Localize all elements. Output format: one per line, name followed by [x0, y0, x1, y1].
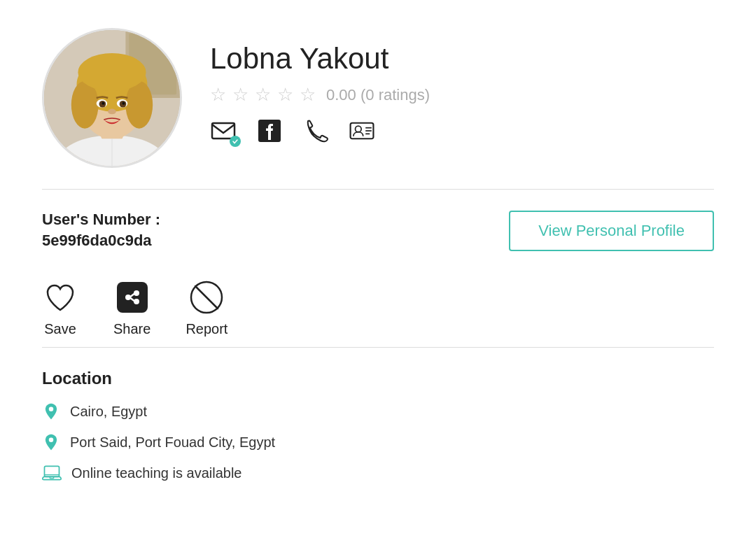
middle-section: User's Number : 5e99f6da0c9da View Perso… [42, 211, 714, 251]
share-action[interactable]: Share [113, 279, 150, 337]
svg-point-16 [122, 102, 125, 105]
facebook-icon-btn[interactable] [256, 118, 283, 144]
svg-point-34 [49, 438, 54, 443]
location-text-1: Cairo, Egypt [70, 404, 147, 420]
contact-card-icon [349, 118, 375, 144]
star-2: ☆ [232, 85, 252, 105]
user-number-value: 5e99f6da0c9da [42, 232, 160, 250]
view-personal-profile-button[interactable]: View Personal Profile [509, 211, 714, 251]
svg-point-17 [108, 109, 116, 115]
save-action[interactable]: Save [42, 279, 78, 337]
location-pin-icon-2 [42, 433, 60, 451]
laptop-icon [42, 464, 62, 482]
svg-point-23 [356, 126, 362, 132]
report-label: Report [186, 321, 227, 337]
star-5: ☆ [300, 85, 319, 105]
svg-point-30 [125, 295, 131, 300]
save-label: Save [44, 321, 76, 337]
star-4: ☆ [277, 85, 297, 105]
location-section: Location Cairo, Egypt Port Said, Port Fo… [42, 369, 714, 482]
share-label: Share [113, 321, 150, 337]
location-text-2: Port Said, Port Fouad City, Egypt [70, 434, 275, 451]
rating-score: 0.00 (0 ratings) [326, 86, 430, 104]
divider-2 [42, 347, 714, 348]
location-title: Location [42, 369, 714, 388]
profile-info: Lobna Yakout ☆ ☆ ☆ ☆ ☆ 0.00 (0 ratings) [210, 28, 430, 144]
svg-point-33 [49, 407, 54, 412]
actions-row: Save Share Report [42, 279, 714, 337]
online-teaching-text: Online teaching is available [71, 465, 242, 481]
user-number-block: User's Number : 5e99f6da0c9da [42, 211, 160, 250]
report-icon [188, 279, 225, 316]
location-pin-icon-1 [42, 402, 60, 420]
share-icon [114, 279, 150, 316]
svg-point-29 [134, 299, 139, 304]
svg-point-15 [102, 102, 104, 105]
svg-rect-27 [117, 282, 148, 313]
facebook-icon [256, 118, 283, 144]
profile-card: Lobna Yakout ☆ ☆ ☆ ☆ ☆ 0.00 (0 ratings) [0, 0, 756, 510]
phone-icon [302, 118, 329, 144]
location-item-2: Port Said, Port Fouad City, Egypt [42, 433, 714, 451]
heart-icon [42, 279, 78, 316]
location-item-1: Cairo, Egypt [42, 402, 714, 420]
rating-row: ☆ ☆ ☆ ☆ ☆ 0.00 (0 ratings) [210, 85, 430, 105]
svg-point-28 [134, 290, 139, 296]
svg-line-32 [195, 286, 218, 309]
checkmark-icon [232, 138, 239, 145]
avatar-image [44, 28, 180, 168]
profile-name: Lobna Yakout [210, 42, 430, 76]
stars: ☆ ☆ ☆ ☆ ☆ [210, 85, 319, 105]
star-3: ☆ [255, 85, 274, 105]
svg-point-10 [78, 53, 146, 91]
icon-row [210, 118, 430, 144]
contact-card-icon-btn[interactable] [349, 118, 375, 144]
report-action[interactable]: Report [186, 279, 227, 337]
top-section: Lobna Yakout ☆ ☆ ☆ ☆ ☆ 0.00 (0 ratings) [42, 28, 714, 168]
phone-icon-btn[interactable] [302, 118, 329, 144]
avatar-wrapper [42, 28, 182, 168]
online-teaching-item: Online teaching is available [42, 464, 714, 482]
user-number-label: User's Number : [42, 211, 160, 229]
divider-1 [42, 189, 714, 190]
verified-badge [230, 136, 241, 147]
star-1: ☆ [210, 85, 230, 105]
email-icon-btn[interactable] [210, 118, 237, 144]
avatar [42, 28, 182, 168]
